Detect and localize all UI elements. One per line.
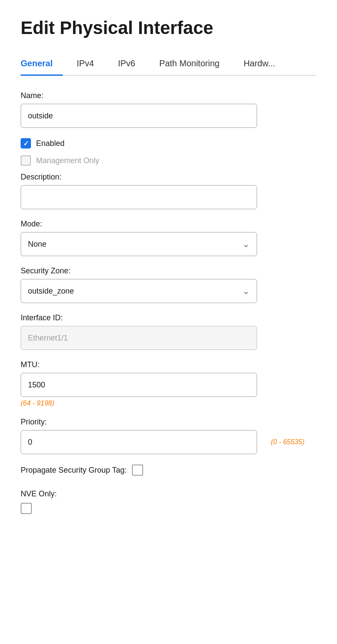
nve-only-checkbox[interactable] [21, 503, 32, 514]
mode-select[interactable]: None ⌄ [21, 232, 257, 256]
mode-field-group: Mode: None ⌄ [21, 220, 316, 256]
propagate-sgt-row: Propagate Security Group Tag: [21, 464, 316, 476]
description-field-group: Description: [21, 173, 316, 209]
mtu-input[interactable] [21, 373, 257, 397]
name-input[interactable] [21, 104, 257, 128]
management-only-row: Management Only [21, 155, 316, 166]
propagate-sgt-checkbox[interactable] [132, 464, 143, 476]
tabs-bar: General IPv4 IPv6 Path Monitoring Hardw.… [21, 53, 316, 76]
mode-label: Mode: [21, 220, 316, 229]
propagate-sgt-label: Propagate Security Group Tag: [21, 466, 127, 475]
security-zone-select-wrapper: outside_zone ⌄ [21, 279, 257, 303]
management-only-label: Management Only [36, 156, 99, 165]
interface-id-input [21, 326, 257, 350]
mode-value: None [28, 240, 46, 249]
mode-chevron-icon: ⌄ [242, 239, 250, 249]
name-field-group: Name: [21, 91, 316, 128]
tab-path-monitoring[interactable]: Path Monitoring [159, 53, 230, 76]
security-zone-chevron-icon: ⌄ [242, 286, 250, 296]
nve-only-label: NVE Only: [21, 489, 57, 498]
mtu-hint: (64 - 9198) [21, 399, 54, 407]
interface-id-field-group: Interface ID: [21, 313, 316, 350]
enabled-label: Enabled [36, 139, 64, 148]
tab-hardware[interactable]: Hardw... [244, 53, 285, 76]
mtu-label: MTU: [21, 360, 316, 369]
mode-select-wrapper: None ⌄ [21, 232, 257, 256]
interface-id-label: Interface ID: [21, 313, 316, 322]
enabled-row: Enabled [21, 138, 316, 149]
tab-ipv6[interactable]: IPv6 [118, 53, 146, 76]
security-zone-label: Security Zone: [21, 266, 316, 276]
priority-field-group: Priority: (0 - 65535) [21, 418, 316, 454]
enabled-checkbox[interactable] [21, 138, 31, 149]
description-label: Description: [21, 173, 316, 182]
description-input[interactable] [21, 185, 257, 209]
tab-general[interactable]: General [21, 53, 63, 76]
general-form: Name: Enabled Management Only Descriptio… [21, 91, 316, 514]
priority-row: (0 - 65535) [21, 430, 316, 454]
page-title: Edit Physical Interface [21, 17, 316, 39]
priority-label: Priority: [21, 418, 316, 427]
priority-input[interactable] [21, 430, 257, 454]
mtu-field-group: MTU: (64 - 9198) [21, 360, 316, 407]
security-zone-select[interactable]: outside_zone ⌄ [21, 279, 257, 303]
security-zone-field-group: Security Zone: outside_zone ⌄ [21, 266, 316, 303]
security-zone-value: outside_zone [28, 287, 74, 296]
name-label: Name: [21, 91, 316, 100]
priority-hint: (0 - 65535) [271, 438, 304, 446]
nve-only-section: NVE Only: [21, 489, 316, 514]
tab-ipv4[interactable]: IPv4 [77, 53, 104, 76]
management-only-checkbox[interactable] [21, 155, 31, 166]
